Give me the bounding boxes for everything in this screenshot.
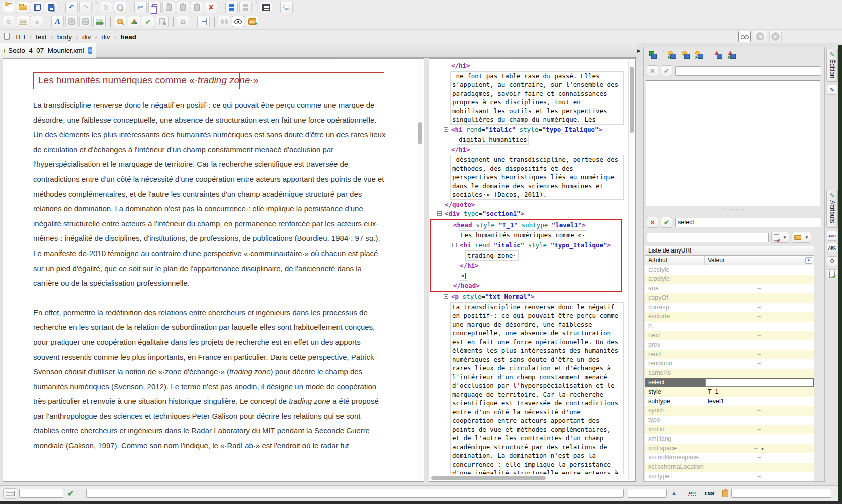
attribute-value[interactable]: – bbox=[705, 406, 814, 416]
xml-horizontal-scrollbar[interactable] bbox=[430, 475, 627, 480]
fold-toggle-icon[interactable]: − bbox=[437, 211, 442, 216]
xml-end-tag-quote[interactable]: </quote> bbox=[429, 200, 628, 210]
xml-text-node[interactable]: désignent une transdiscipline, porteuse … bbox=[450, 155, 624, 200]
attribute-row-xml:space[interactable]: xml:space–▼ bbox=[645, 444, 814, 453]
outline-toggle-button[interactable] bbox=[197, 16, 210, 27]
attribute-row-xsi:type[interactable]: xsi:type– bbox=[645, 472, 814, 481]
validate-document-button[interactable] bbox=[827, 269, 837, 279]
xml-end-tag-hi[interactable]: </hi> bbox=[429, 145, 628, 155]
attribute-row-prev[interactable]: prev– bbox=[645, 340, 814, 350]
breadcrumb-item-div[interactable]: div bbox=[100, 33, 111, 41]
head-element-box[interactable]: Les humanités numériques comme «·trading… bbox=[33, 72, 384, 89]
empty-header-cell[interactable] bbox=[706, 246, 814, 256]
xml-source-content[interactable]: </hi> ne font pas table rase du passé. E… bbox=[429, 61, 628, 474]
scrollbar-thumb[interactable] bbox=[630, 67, 634, 133]
close-icon[interactable]: ✕ bbox=[88, 47, 92, 54]
preferences-tools-button[interactable]: ⚙ bbox=[177, 16, 189, 27]
xml-source-pane[interactable]: </hi> ne font pas table rase du passé. E… bbox=[429, 58, 636, 482]
show-hidden-button[interactable] bbox=[232, 16, 244, 27]
attribute-row-n[interactable]: n– bbox=[645, 322, 814, 331]
fold-toggle-icon[interactable]: − bbox=[444, 127, 448, 132]
image-map-button[interactable] bbox=[65, 16, 78, 27]
expand-up-icon[interactable]: ▲ bbox=[671, 490, 677, 496]
validate-button[interactable] bbox=[128, 16, 140, 27]
xml-start-tag-p[interactable]: −<p style="txt_Normal"> bbox=[429, 292, 628, 302]
special-characters-button[interactable]: Ω bbox=[827, 256, 837, 266]
check-wellformed-button[interactable] bbox=[114, 16, 126, 27]
attribute-row-exclude[interactable]: exclude– bbox=[645, 312, 814, 322]
media-embed-button[interactable] bbox=[79, 16, 92, 27]
scrollbar-thumb[interactable] bbox=[431, 476, 546, 480]
validate-ok-button[interactable]: ✔ bbox=[142, 16, 154, 27]
attribute-value-input[interactable] bbox=[647, 233, 769, 242]
panel-splitter-handle[interactable]: ········· bbox=[644, 207, 824, 211]
spell-check-button[interactable]: S bbox=[100, 2, 112, 13]
stop-button[interactable]: ● bbox=[31, 16, 43, 27]
xml-text-node[interactable]: » bbox=[459, 271, 468, 281]
save-all-button[interactable] bbox=[45, 2, 57, 13]
xml-end-tag-head[interactable]: </head> bbox=[431, 281, 621, 291]
split-pane-button[interactable] bbox=[225, 2, 238, 13]
record-macro-button[interactable] bbox=[114, 2, 126, 13]
attribute-row-corresp[interactable]: corresp– bbox=[645, 303, 814, 312]
attribute-value[interactable]: – bbox=[705, 303, 814, 312]
attribute-value[interactable]: –▼ bbox=[705, 444, 814, 453]
paste-special-button[interactable] bbox=[191, 2, 203, 13]
add-comment-button[interactable] bbox=[280, 2, 293, 13]
spell-status-icon[interactable]: ABC bbox=[688, 491, 696, 496]
attribute-value[interactable]: – bbox=[705, 416, 814, 425]
anyuri-header-cell[interactable]: Liste de anyURI bbox=[645, 246, 706, 256]
attribute-value[interactable]: – bbox=[705, 425, 814, 435]
document-body-text[interactable]: La transdiscipline renverse donc le néga… bbox=[33, 98, 388, 468]
attribute-row-style[interactable]: styleT_1 bbox=[645, 387, 814, 397]
attribute-value[interactable]: – bbox=[705, 453, 814, 463]
attribute-row-a:cstyle[interactable]: a:cstyle– bbox=[645, 265, 814, 275]
edition-confirm-button[interactable]: ✔ bbox=[661, 65, 672, 76]
xml-vertical-scrollbar[interactable] bbox=[628, 60, 634, 480]
clean-css-button[interactable]: clea bbox=[17, 16, 29, 27]
fold-toggle-icon[interactable]: − bbox=[446, 223, 450, 227]
spell-check-button[interactable]: ABC bbox=[827, 243, 837, 253]
xml-text-node[interactable]: digital humanities bbox=[457, 135, 529, 145]
attribute-row-type[interactable]: type– bbox=[645, 416, 814, 425]
fold-toggle-icon[interactable]: − bbox=[444, 294, 448, 299]
value-edit-field[interactable] bbox=[705, 379, 813, 387]
chevron-down-icon[interactable]: ▼ bbox=[761, 447, 765, 451]
attribute-row-select[interactable]: select bbox=[645, 378, 814, 388]
edit-value-dropdown-button[interactable]: ▼ bbox=[771, 232, 789, 243]
attribute-row-ana[interactable]: ana– bbox=[645, 284, 814, 294]
font-styles-button[interactable]: A bbox=[51, 16, 64, 27]
unsplit-pane-button[interactable] bbox=[239, 2, 252, 13]
attribute-value[interactable]: – bbox=[705, 350, 814, 359]
xml-end-tag-hi[interactable]: </hi> bbox=[431, 261, 621, 271]
attribute-value[interactable]: – bbox=[705, 275, 814, 284]
attribute-value[interactable]: – bbox=[705, 369, 814, 378]
author-view-pane[interactable]: Les humanités numériques comme «·trading… bbox=[3, 58, 424, 482]
delete-button[interactable]: ✘ bbox=[205, 2, 217, 13]
breadcrumb-item-body[interactable]: body bbox=[56, 33, 73, 41]
column-header-valeur[interactable]: Valeur ▼ bbox=[705, 256, 814, 265]
breadcrumb-item-div[interactable]: div bbox=[81, 33, 92, 41]
xml-start-tag-hi[interactable]: −<hi rend="italic" style="typo_Italique"… bbox=[429, 125, 628, 135]
filter-icon[interactable]: ▼ bbox=[805, 257, 812, 264]
attribute-value[interactable]: T_1 bbox=[705, 387, 814, 397]
xml-start-tag-div[interactable]: −<div type="section1"> bbox=[429, 209, 628, 219]
edit-mapping-icon[interactable] bbox=[682, 51, 690, 59]
xml-text-node[interactable]: La transdiscipline renverse donc le néga… bbox=[450, 302, 624, 475]
attribute-name-input[interactable]: select bbox=[675, 218, 821, 227]
attribute-value[interactable] bbox=[705, 378, 814, 388]
status-find-input[interactable] bbox=[19, 489, 63, 498]
attribute-row-next[interactable]: next– bbox=[645, 331, 814, 341]
map-to-reference-icon[interactable]: ⇄ bbox=[649, 51, 657, 59]
attribute-row-synch[interactable]: synch– bbox=[645, 406, 814, 416]
attribute-row-subtype[interactable]: subtypelevel1 bbox=[645, 397, 814, 406]
scrollbar-thumb[interactable] bbox=[418, 122, 422, 144]
status-message-field[interactable] bbox=[86, 489, 624, 498]
attribute-row-rendition[interactable]: rendition– bbox=[645, 359, 814, 369]
apply-mapping-icon[interactable]: ➤ bbox=[695, 51, 704, 59]
attribute-cancel-button[interactable]: ✕ bbox=[647, 217, 658, 228]
attribute-value[interactable]: – bbox=[705, 322, 814, 331]
undo-button[interactable]: ↶ bbox=[65, 2, 78, 13]
refresh-button[interactable]: ↻ bbox=[3, 16, 15, 27]
grid-view-button[interactable] bbox=[260, 2, 272, 13]
